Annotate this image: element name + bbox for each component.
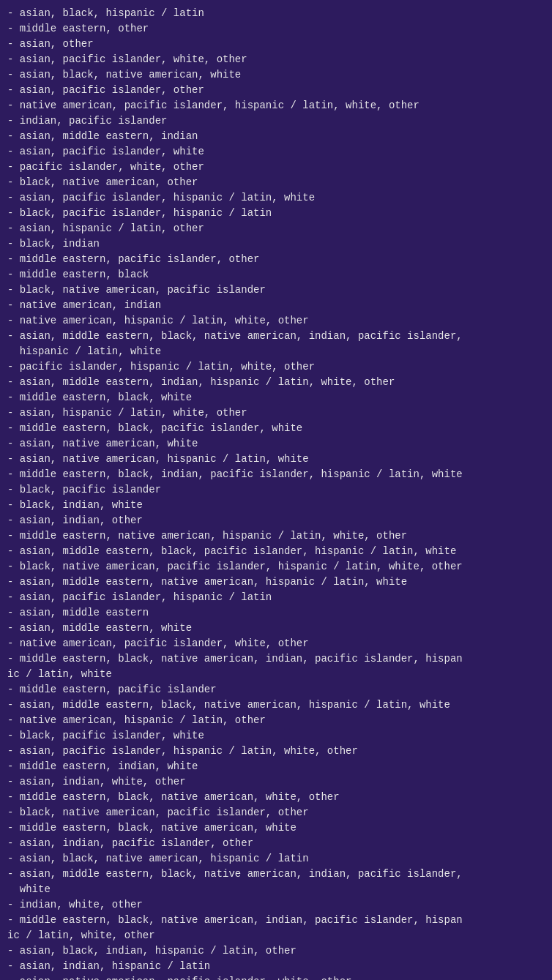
list-item: - asian, native american, pacific island… (7, 974, 545, 980)
list-item: - asian, middle eastern, indian (7, 129, 545, 144)
list-item: - asian, black, native american, hispani… (7, 851, 545, 867)
list-item: - pacific islander, hispanic / latin, wh… (7, 359, 545, 375)
list-item: - native american, pacific islander, whi… (7, 636, 545, 651)
list-item: - black, pacific islander (7, 482, 545, 498)
list-item: - pacific islander, white, other (7, 160, 545, 175)
list-item: - asian, hispanic / latin, other (7, 221, 545, 236)
list-item: - black, native american, pacific island… (7, 283, 545, 298)
list-item: - asian, black, native american, white (7, 67, 545, 83)
list-item: - indian, pacific islander (7, 113, 545, 129)
list-item: - asian, pacific islander, hispanic / la… (7, 590, 545, 605)
list-item: - asian, middle eastern, black, native a… (7, 329, 545, 359)
list-item: - middle eastern, black, native american… (7, 790, 545, 805)
list-item: - black, native american, other (7, 175, 545, 190)
list-item: - asian, pacific islander, white (7, 144, 545, 160)
list-item: - black, pacific islander, hispanic / la… (7, 206, 545, 221)
list-item: - middle eastern, black (7, 267, 545, 283)
list-item: - asian, indian, hispanic / latin (7, 959, 545, 974)
list-item: - middle eastern, native american, hispa… (7, 528, 545, 544)
ethnicity-list: - asian, black, hispanic / latin- middle… (7, 6, 545, 980)
list-item: - asian, middle eastern (7, 605, 545, 621)
list-item: - asian, pacific islander, other (7, 83, 545, 98)
list-item: - black, indian, white (7, 498, 545, 513)
list-item: - asian, middle eastern, black, pacific … (7, 544, 545, 559)
list-item: - asian, black, indian, hispanic / latin… (7, 943, 545, 959)
list-item: - middle eastern, black, native american… (7, 820, 545, 836)
list-item: - asian, middle eastern, black, native a… (7, 697, 545, 713)
list-item: - middle eastern, black, native american… (7, 913, 545, 943)
list-item: - black, indian (7, 236, 545, 252)
list-item: - native american, hispanic / latin, oth… (7, 713, 545, 728)
list-item: - middle eastern, pacific islander (7, 682, 545, 697)
list-item: - middle eastern, black, pacific islande… (7, 421, 545, 436)
list-item: - asian, middle eastern, indian, hispani… (7, 375, 545, 390)
list-item: - asian, middle eastern, white (7, 621, 545, 636)
list-item: - native american, indian (7, 298, 545, 313)
list-item: - asian, native american, hispanic / lat… (7, 452, 545, 467)
list-item: - middle eastern, indian, white (7, 759, 545, 774)
list-item: - middle eastern, black, native american… (7, 651, 545, 682)
list-item: - asian, middle eastern, black, native a… (7, 867, 545, 897)
list-item: - middle eastern, black, indian, pacific… (7, 467, 545, 482)
list-item: - asian, pacific islander, white, other (7, 52, 545, 67)
list-item: - black, native american, pacific island… (7, 559, 545, 575)
list-item: - black, pacific islander, white (7, 728, 545, 744)
list-item: - middle eastern, black, white (7, 390, 545, 405)
list-item: - asian, pacific islander, hispanic / la… (7, 190, 545, 206)
list-item: - asian, indian, white, other (7, 774, 545, 790)
list-item: - black, native american, pacific island… (7, 805, 545, 820)
list-item: - asian, hispanic / latin, white, other (7, 405, 545, 421)
list-item: - asian, indian, pacific islander, other (7, 836, 545, 851)
list-item: - native american, pacific islander, his… (7, 98, 545, 113)
list-item: - middle eastern, pacific islander, othe… (7, 252, 545, 267)
list-item: - asian, black, hispanic / latin (7, 6, 545, 21)
list-item: - asian, middle eastern, native american… (7, 575, 545, 590)
list-item: - asian, pacific islander, hispanic / la… (7, 744, 545, 759)
list-item: - asian, native american, white (7, 436, 545, 452)
list-item: - asian, indian, other (7, 513, 545, 528)
list-item: - indian, white, other (7, 897, 545, 913)
list-item: - native american, hispanic / latin, whi… (7, 313, 545, 329)
list-item: - middle eastern, other (7, 21, 545, 37)
list-item: - asian, other (7, 37, 545, 52)
